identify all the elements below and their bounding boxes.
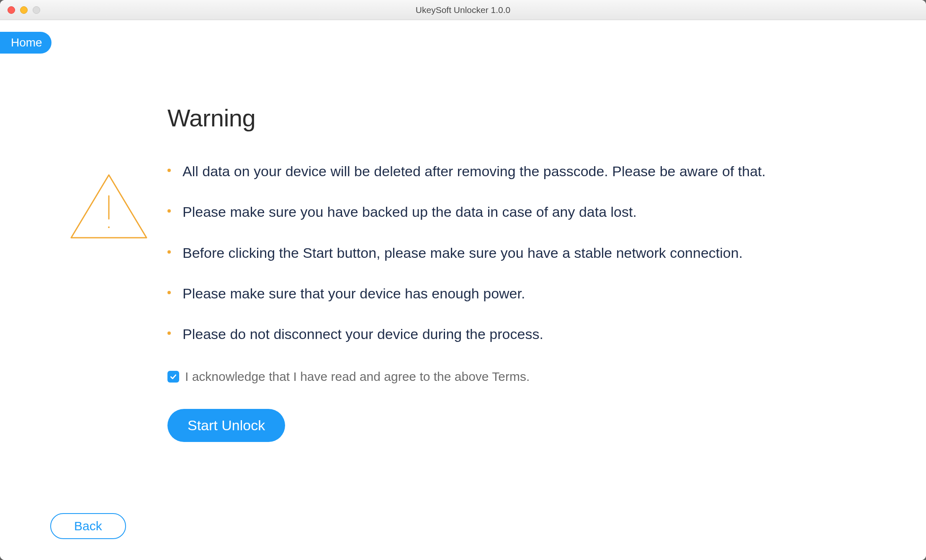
bullet-icon bbox=[167, 209, 171, 213]
text-column: Warning All data on your device will be … bbox=[167, 104, 926, 442]
close-window-button[interactable] bbox=[8, 6, 15, 14]
list-item: Please do not disconnect your device dur… bbox=[167, 324, 884, 344]
content-area: Home Warning All data on your devi bbox=[0, 20, 926, 560]
warning-heading: Warning bbox=[167, 104, 884, 132]
bullet-icon bbox=[167, 250, 171, 254]
list-item: Please make sure you have backed up the … bbox=[167, 202, 884, 222]
titlebar: UkeySoft Unlocker 1.0.0 bbox=[0, 0, 926, 20]
warning-bullet-list: All data on your device will be deleted … bbox=[167, 161, 884, 344]
bullet-text: Please make sure you have backed up the … bbox=[183, 202, 637, 222]
bullet-icon bbox=[167, 331, 171, 335]
start-unlock-label: Start Unlock bbox=[188, 417, 265, 433]
acknowledge-label: I acknowledge that I have read and agree… bbox=[185, 370, 530, 384]
minimize-window-button[interactable] bbox=[20, 6, 28, 14]
zoom-window-button[interactable] bbox=[33, 6, 40, 14]
start-unlock-button[interactable]: Start Unlock bbox=[167, 409, 285, 442]
bullet-icon bbox=[167, 169, 171, 172]
traffic-lights bbox=[0, 6, 40, 14]
bullet-icon bbox=[167, 291, 171, 294]
bullet-text: All data on your device will be deleted … bbox=[183, 161, 766, 182]
window-title: UkeySoft Unlocker 1.0.0 bbox=[0, 5, 926, 15]
acknowledge-checkbox[interactable] bbox=[167, 371, 179, 383]
list-item: Please make sure that your device has en… bbox=[167, 283, 884, 304]
list-item: All data on your device will be deleted … bbox=[167, 161, 884, 182]
list-item: Before clicking the Start button, please… bbox=[167, 243, 884, 263]
warning-icon-column bbox=[50, 104, 167, 442]
check-icon bbox=[170, 373, 177, 380]
home-tab-label: Home bbox=[11, 36, 42, 49]
app-window: UkeySoft Unlocker 1.0.0 Home Warning bbox=[0, 0, 926, 560]
home-tab[interactable]: Home bbox=[0, 32, 51, 54]
bullet-text: Before clicking the Start button, please… bbox=[183, 243, 743, 263]
bullet-text: Please make sure that your device has en… bbox=[183, 283, 525, 304]
bullet-text: Please do not disconnect your device dur… bbox=[183, 324, 543, 344]
svg-point-1 bbox=[108, 226, 110, 228]
back-button[interactable]: Back bbox=[50, 513, 126, 539]
warning-triangle-icon bbox=[67, 171, 151, 244]
acknowledge-row: I acknowledge that I have read and agree… bbox=[167, 370, 884, 384]
back-label: Back bbox=[74, 519, 102, 533]
main-body: Warning All data on your device will be … bbox=[0, 20, 926, 442]
